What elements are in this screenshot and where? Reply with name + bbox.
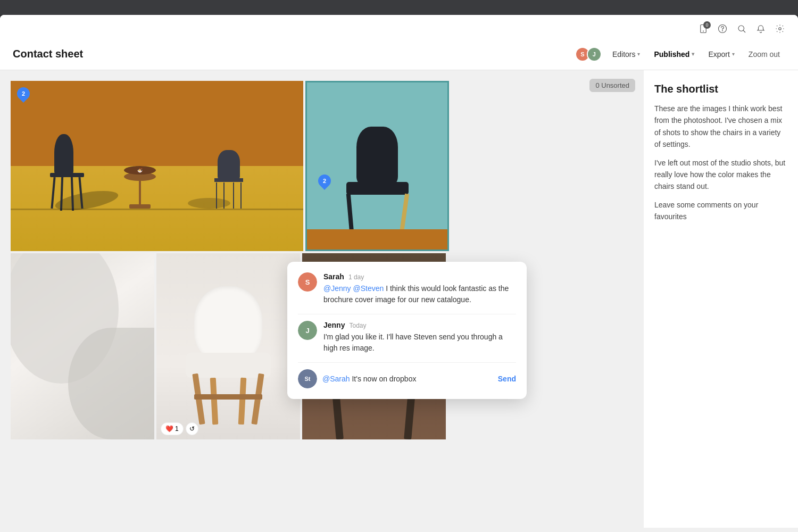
svg-line-5 xyxy=(743,30,745,32)
editors-button[interactable]: Editors ▾ xyxy=(607,47,646,62)
toolbar: Contact sheet S J Editors ▾ Published ▾ xyxy=(0,38,798,70)
refresh-reaction-button[interactable]: ↺ xyxy=(186,422,198,435)
app-window: 0 xyxy=(0,15,798,532)
jenny-comment-author: Jenny xyxy=(323,321,345,329)
phone-badge: 0 xyxy=(703,21,711,29)
page-title: Contact sheet xyxy=(13,48,83,60)
grid-row-1: 🍜 2 xyxy=(11,81,633,251)
comment-divider-1 xyxy=(298,314,516,314)
zoom-out-button[interactable]: Zoom out xyxy=(743,47,785,62)
header-icons: 0 xyxy=(698,21,785,36)
svg-point-3 xyxy=(722,30,723,31)
sarah-comment-text: @Jenny @Steven I think this would look f… xyxy=(323,283,516,305)
published-button[interactable]: Published ▾ xyxy=(649,47,700,62)
unsorted-badge: 0 Unsorted xyxy=(589,79,635,92)
toolbar-right: S J Editors ▾ Published ▾ Export ▾ xyxy=(575,47,785,62)
sarah-comment-time: 1 day xyxy=(348,273,364,281)
comment-divider-2 xyxy=(298,362,516,363)
reaction-count: 1 xyxy=(175,425,179,433)
comment-item-sarah: S Sarah 1 day @Jenny @Steven I think thi… xyxy=(298,272,516,305)
bell-icon[interactable] xyxy=(755,23,766,34)
sarah-comment-author: Sarah xyxy=(323,272,344,281)
svg-point-6 xyxy=(779,28,782,30)
editors-chevron-icon: ▾ xyxy=(637,51,640,57)
jenny-comment-time: Today xyxy=(349,322,366,329)
send-button[interactable]: Send xyxy=(498,375,516,383)
editors-label: Editors xyxy=(612,50,636,59)
heart-icon: ❤️ xyxy=(165,425,173,433)
reply-body: It's now on dropbox xyxy=(350,375,417,383)
jenny-avatar: J xyxy=(298,321,317,340)
phone-icon-container[interactable]: 0 xyxy=(698,23,709,34)
reply-text: @Sarah It's now on dropbox xyxy=(322,375,493,383)
export-chevron-icon: ▾ xyxy=(732,51,735,57)
editors-avatars: S J xyxy=(575,47,602,62)
main-content: 0 Unsorted xyxy=(0,70,798,528)
export-label: Export xyxy=(708,50,729,59)
comment-item-jenny: J Jenny Today I'm glad you like it. I'll… xyxy=(298,321,516,354)
export-button[interactable]: Export ▾ xyxy=(703,47,739,62)
image-cell-white-closeup[interactable] xyxy=(11,253,154,439)
comment-popup: S Sarah 1 day @Jenny @Steven I think thi… xyxy=(287,262,527,399)
shortlist-para-3: Leave some comments on your favourites xyxy=(654,199,787,223)
shortlist-panel: The shortlist These are the images I thi… xyxy=(644,70,798,528)
image-cell-chairs-studio[interactable]: 🍜 2 xyxy=(11,81,303,251)
reaction-bar: ❤️ 1 ↺ xyxy=(161,422,198,435)
reply-mention: @Sarah xyxy=(322,375,350,383)
sarah-comment-header: Sarah 1 day xyxy=(323,272,516,281)
jenny-comment-content: Jenny Today I'm glad you like it. I'll h… xyxy=(323,321,516,354)
settings-icon[interactable] xyxy=(775,23,785,34)
sarah-avatar: S xyxy=(298,272,317,292)
search-icon[interactable] xyxy=(736,23,747,34)
reply-area: St @Sarah It's now on dropbox Send xyxy=(298,369,516,388)
shortlist-para-1: These are the images I think work best f… xyxy=(654,103,787,151)
image-cell-white-chair[interactable]: ❤️ 1 ↺ xyxy=(156,253,300,439)
top-icon-bar: 0 xyxy=(0,15,798,38)
jenny-comment-header: Jenny Today xyxy=(323,321,516,329)
shortlist-title: The shortlist xyxy=(654,83,787,95)
published-label: Published xyxy=(654,50,689,59)
shortlist-para-2: I've left out most of the studio shots, … xyxy=(654,157,787,193)
avatar-jenny: J xyxy=(587,47,602,62)
svg-point-4 xyxy=(738,26,744,31)
steven-avatar: St xyxy=(298,369,317,388)
sarah-mention: @Jenny @Steven xyxy=(323,284,384,293)
system-bar xyxy=(0,0,798,15)
heart-reaction[interactable]: ❤️ 1 xyxy=(161,422,184,435)
sarah-comment-content: Sarah 1 day @Jenny @Steven I think this … xyxy=(323,272,516,305)
published-chevron-icon: ▾ xyxy=(692,51,694,57)
jenny-comment-text: I'm glad you like it. I'll have Steven s… xyxy=(323,331,516,354)
help-icon[interactable] xyxy=(717,23,728,34)
image-cell-teal-chair[interactable]: 2 xyxy=(305,81,449,251)
refresh-icon: ↺ xyxy=(189,425,195,433)
